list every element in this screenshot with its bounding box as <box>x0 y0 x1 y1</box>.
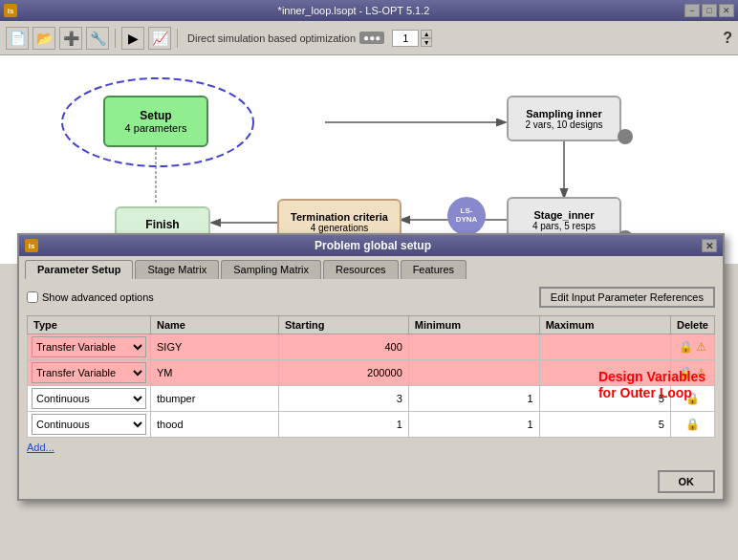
termination-sublabel: 4 generations <box>311 223 369 233</box>
starting-input-2[interactable] <box>283 362 404 383</box>
show-advanced-label[interactable]: Show advanced options <box>27 291 154 303</box>
cell-starting-2 <box>278 360 408 386</box>
dialog: ls Problem global setup ✕ Parameter Setu… <box>17 233 725 501</box>
node-setup[interactable]: Setup 4 parameters <box>103 96 208 147</box>
starting-input-3[interactable] <box>283 388 404 409</box>
window-controls: − □ ✕ <box>684 4 734 17</box>
min-input-4[interactable] <box>413 414 535 435</box>
name-input-1[interactable] <box>155 336 274 357</box>
spinner-down[interactable]: ▼ <box>421 38 432 47</box>
cell-minimum-2 <box>408 360 539 386</box>
node-sampling[interactable]: Sampling inner 2 vars, 10 designs <box>507 96 621 141</box>
dialog-title-bar: ls Problem global setup ✕ <box>19 235 723 256</box>
add-link[interactable]: Add... <box>27 442 715 453</box>
type-select-3[interactable]: Continuous <box>32 388 146 409</box>
sampling-sublabel: 2 vars, 10 designs <box>525 119 602 130</box>
col-minimum: Minimum <box>408 316 539 334</box>
title-bar: ls *inner_loop.lsopt - LS-OPT 5.1.2 − □ … <box>0 0 738 21</box>
app-icon: ls <box>4 4 17 17</box>
col-starting: Starting <box>278 316 408 334</box>
cell-delete-1: 🔒 ⚠ <box>670 334 714 360</box>
chart-button[interactable]: 📈 <box>148 27 171 50</box>
tab-features[interactable]: Features <box>401 260 467 279</box>
new-button[interactable]: 📄 <box>6 27 29 50</box>
cell-minimum-1 <box>408 334 539 360</box>
lock-icon-4: 🔒 <box>685 418 700 431</box>
options-row: Show advanced options Edit Input Paramet… <box>27 287 715 308</box>
max-input-4[interactable] <box>544 414 666 435</box>
toolbar: 📄 📂 ➕ 🔧 ▶ 📈 Direct simulation based opti… <box>0 21 738 55</box>
min-input-3[interactable] <box>413 388 535 409</box>
cell-name-3 <box>151 386 279 412</box>
divider-1 <box>115 29 116 48</box>
tab-parameter-setup[interactable]: Parameter Setup <box>25 260 133 279</box>
name-input-2[interactable] <box>155 362 274 383</box>
setup-label: Setup <box>140 109 171 122</box>
cell-starting-4 <box>278 412 408 438</box>
divider-2 <box>177 29 178 48</box>
stage-label: Stage_inner <box>534 209 595 221</box>
tab-resources[interactable]: Resources <box>323 260 399 279</box>
cell-starting-3 <box>278 386 408 412</box>
open-button[interactable]: 📂 <box>33 27 55 50</box>
cell-delete-4: 🔒 <box>670 412 714 438</box>
run-button[interactable]: ▶ <box>121 27 144 50</box>
table-container: Type Name Starting Minimum Maximum Delet… <box>27 315 715 438</box>
cell-type-4: Continuous <box>28 412 151 438</box>
min-input-1[interactable] <box>413 336 535 357</box>
name-input-4[interactable] <box>155 414 274 435</box>
lsdyna-icon: LS-DYNA <box>447 197 486 235</box>
add-button[interactable]: ➕ <box>59 27 82 50</box>
mode-label: Direct simulation based optimization <box>187 32 356 44</box>
max-input-1[interactable] <box>544 336 666 357</box>
spinner: ▲ ▼ <box>392 30 432 47</box>
mode-tag: ●●● <box>359 32 384 44</box>
design-vars-label: Design Variables for Outer Loop <box>598 369 705 401</box>
termination-label: Termination criteria <box>291 211 388 223</box>
cell-minimum-3 <box>408 386 539 412</box>
col-name: Name <box>151 316 279 334</box>
maximize-button[interactable]: □ <box>702 4 717 17</box>
edit-input-param-button[interactable]: Edit Input Parameter References <box>539 287 715 308</box>
table-row: Continuous <box>28 412 715 438</box>
cell-name-1 <box>151 334 279 360</box>
tab-sampling-matrix[interactable]: Sampling Matrix <box>221 260 321 279</box>
cell-maximum-1 <box>539 334 670 360</box>
table-row: Transfer Variable <box>28 334 715 360</box>
cell-type-3: Continuous <box>28 386 151 412</box>
cell-type-2: Transfer Variable <box>28 360 151 386</box>
minimize-button[interactable]: − <box>684 4 700 17</box>
stage-sublabel: 4 pars, 5 resps <box>532 221 596 231</box>
cell-type-1: Transfer Variable <box>28 334 151 360</box>
spinner-up[interactable]: ▲ <box>421 30 432 38</box>
dialog-footer: OK <box>19 464 723 499</box>
min-input-2[interactable] <box>413 362 535 383</box>
close-button[interactable]: ✕ <box>719 4 734 17</box>
dialog-content: Show advanced options Edit Input Paramet… <box>19 279 723 464</box>
tab-stage-matrix[interactable]: Stage Matrix <box>135 260 219 279</box>
show-advanced-checkbox[interactable] <box>27 291 38 303</box>
setup-sublabel: 4 parameters <box>125 122 187 134</box>
starting-input-4[interactable] <box>283 414 404 435</box>
starting-input-1[interactable] <box>283 336 404 357</box>
warn-icon-1: ⚠ <box>696 340 706 354</box>
cell-starting-1 <box>278 334 408 360</box>
type-select-2[interactable]: Transfer Variable <box>32 362 146 383</box>
help-button[interactable]: ? <box>723 30 732 47</box>
cell-maximum-4 <box>539 412 670 438</box>
dialog-close-button[interactable]: ✕ <box>702 239 717 252</box>
name-input-3[interactable] <box>155 388 274 409</box>
sampling-label: Sampling inner <box>526 108 601 119</box>
col-type: Type <box>28 316 151 334</box>
dialog-icon: ls <box>25 239 38 252</box>
settings-button[interactable]: 🔧 <box>86 27 109 50</box>
type-select-4[interactable]: Continuous <box>32 414 146 435</box>
ok-button[interactable]: OK <box>658 470 716 493</box>
col-maximum: Maximum <box>539 316 670 334</box>
table-header: Type Name Starting Minimum Maximum Delet… <box>28 316 715 334</box>
type-select-1[interactable]: Transfer Variable <box>32 336 146 357</box>
spinner-input[interactable] <box>392 30 419 47</box>
lock-icon-1: 🔒 <box>679 340 693 354</box>
dialog-title: Problem global setup <box>44 239 702 252</box>
cell-minimum-4 <box>408 412 539 438</box>
